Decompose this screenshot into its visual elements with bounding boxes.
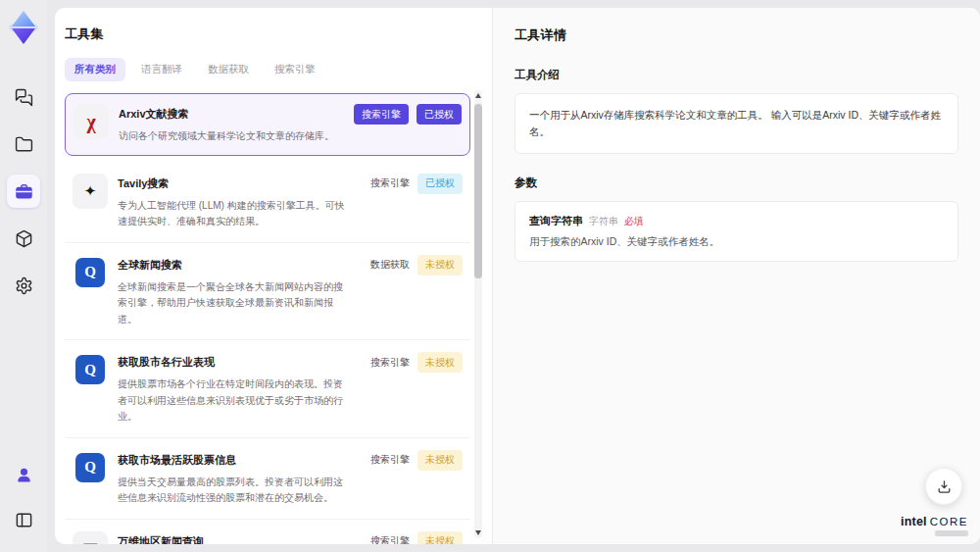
tool-list: Arxiv文献搜索 搜索引擎 已授权 访问各个研究领域大量科学论文和文章的存储库… xyxy=(65,93,470,544)
main-card: 工具集 所有类别语言翻译数据获取搜索引擎 Arxiv文献搜索 搜索引擎 已授权 xyxy=(55,8,980,544)
param-required-flag: 必填 xyxy=(624,215,644,228)
tool-auth-badge: 已授权 xyxy=(416,104,462,125)
toolbox-icon[interactable] xyxy=(7,175,40,208)
scrollbar-thumb[interactable] xyxy=(474,104,482,278)
tool-auth-badge: 未授权 xyxy=(417,531,463,545)
category-tabs: 所有类别语言翻译数据获取搜索引擎 xyxy=(65,58,470,81)
category-tab[interactable]: 所有类别 xyxy=(65,58,125,81)
core-wordmark: CORE xyxy=(930,516,968,527)
tool-auth-badge: 未授权 xyxy=(417,450,463,471)
intro-text-box: 一个用于从Arxiv存储库搜索科学论文和文章的工具。 输入可以是Arxiv ID… xyxy=(514,93,958,154)
tool-description: 全球新闻搜索是一个聚合全球各大新闻网站内容的搜索引擎，帮助用户快速获取全球最新资… xyxy=(118,279,349,328)
tool-name: Tavily搜索 xyxy=(118,176,169,191)
tools-panel: 工具集 所有类别语言翻译数据获取搜索引擎 Arxiv文献搜索 搜索引擎 已授权 xyxy=(55,8,492,544)
param-description: 用于搜索的Arxiv ID、关键字或作者姓名。 xyxy=(529,235,944,249)
tools-panel-title: 工具集 xyxy=(65,25,470,43)
user-icon[interactable] xyxy=(7,458,40,491)
param-type: 字符串 xyxy=(589,215,618,228)
scroll-up-icon[interactable] xyxy=(475,93,481,98)
tool-icon xyxy=(73,174,108,209)
brand-sub-badge xyxy=(935,530,968,536)
tool-category-badge: 数据获取 xyxy=(370,258,410,272)
tool-category-badge: 搜索引擎 xyxy=(370,176,410,190)
param-name: 查询字符串 xyxy=(529,214,583,228)
tool-card[interactable]: 万维地区新闻查询 搜索引擎 未授权 查询具体行政区划内的新闻，快速了解各地新闻动… xyxy=(65,520,470,545)
tool-description: 提供当天交易量最高的股票列表。投资者可以利用这些信息来识别流动性强的股票和潜在的… xyxy=(118,475,349,507)
tool-name: 获取市场最活跃股票信息 xyxy=(118,453,236,468)
tool-category-badge: 搜索引擎 xyxy=(370,453,410,467)
tool-detail-panel: 工具详情 工具介绍 一个用于从Arxiv存储库搜索科学论文和文章的工具。 输入可… xyxy=(492,8,980,544)
tool-description: 访问各个研究领域大量科学论文和文章的存储库。 xyxy=(119,128,350,145)
tool-description: 提供股票市场各个行业在特定时间段内的表现。投资者可以利用这些信息来识别表现优于或… xyxy=(118,376,349,426)
download-button[interactable] xyxy=(925,468,962,505)
folder-icon[interactable] xyxy=(7,127,40,161)
scroll-down-icon[interactable] xyxy=(475,530,481,535)
category-tab[interactable]: 语言翻译 xyxy=(131,58,192,81)
app-logo xyxy=(6,8,41,47)
list-scrollbar[interactable] xyxy=(474,90,482,538)
param-box: 查询字符串 字符串 必填 用于搜索的Arxiv ID、关键字或作者姓名。 xyxy=(514,201,958,262)
category-tab[interactable]: 搜索引擎 xyxy=(265,58,325,81)
params-heading: 参数 xyxy=(514,176,958,190)
tool-description: 专为人工智能代理 (LLM) 构建的搜索引擎工具。可快速提供实时、准确和真实的结… xyxy=(118,198,349,230)
tool-card[interactable]: 获取市场最活跃股票信息 搜索引擎 未授权 提供当天交易量最高的股票列表。投资者可… xyxy=(65,438,470,520)
tool-name: 万维地区新闻查询 xyxy=(118,534,204,545)
settings-icon[interactable] xyxy=(7,269,40,302)
tool-name: 获取股市各行业表现 xyxy=(118,355,215,370)
package-icon[interactable] xyxy=(7,222,40,255)
intel-wordmark: intel xyxy=(901,515,927,528)
tool-auth-badge: 未授权 xyxy=(417,352,463,373)
tool-icon xyxy=(75,258,105,287)
tool-card[interactable]: 全球新闻搜索 数据获取 未授权 全球新闻搜索是一个聚合全球各大新闻网站内容的搜索… xyxy=(65,243,470,341)
tool-icon xyxy=(74,104,109,139)
download-icon xyxy=(936,478,953,495)
tool-category-badge: 搜索引擎 xyxy=(370,534,410,544)
tool-auth-badge: 已授权 xyxy=(417,174,463,194)
tool-category-badge: 搜索引擎 xyxy=(370,356,410,370)
intel-core-logo: intel CORE xyxy=(901,515,968,536)
tool-name: 全球新闻搜索 xyxy=(118,258,182,273)
tool-card[interactable]: 获取股市各行业表现 搜索引擎 未授权 提供股票市场各个行业在特定时间段内的表现。… xyxy=(65,340,470,438)
category-tab[interactable]: 数据获取 xyxy=(198,58,259,81)
panel-icon[interactable] xyxy=(7,503,40,536)
detail-panel-title: 工具详情 xyxy=(514,26,958,44)
tool-card[interactable]: Tavily搜索 搜索引擎 已授权 专为人工智能代理 (LLM) 构建的搜索引擎… xyxy=(65,162,470,243)
tool-card[interactable]: Arxiv文献搜索 搜索引擎 已授权 访问各个研究领域大量科学论文和文章的存储库… xyxy=(65,93,470,156)
tool-name: Arxiv文献搜索 xyxy=(119,107,189,122)
intro-heading: 工具介绍 xyxy=(514,68,958,82)
left-rail xyxy=(0,0,47,552)
tool-icon xyxy=(75,453,105,482)
tool-category-badge: 搜索引擎 xyxy=(354,104,409,125)
tool-icon xyxy=(73,531,108,545)
tool-icon xyxy=(75,355,105,384)
chat-icon[interactable] xyxy=(7,80,40,114)
tool-auth-badge: 未授权 xyxy=(417,255,463,276)
